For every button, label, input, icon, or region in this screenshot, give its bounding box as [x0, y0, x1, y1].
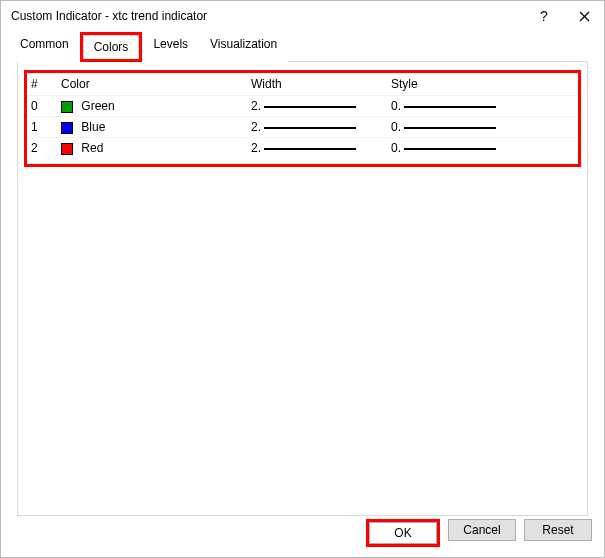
color-swatch-icon [61, 122, 73, 134]
style-cell[interactable]: 0. [387, 138, 578, 159]
title-bar: Custom Indicator - xtc trend indicator ? [1, 1, 604, 31]
width-cell[interactable]: 2. [247, 96, 387, 117]
tab-bar: Common Colors Levels Visualization [9, 32, 596, 62]
width-value: 2. [251, 141, 261, 155]
close-icon [579, 11, 590, 22]
col-header-color[interactable]: Color [57, 73, 247, 96]
ok-button-highlight: OK [366, 519, 440, 547]
col-header-width[interactable]: Width [247, 73, 387, 96]
line-style-icon [404, 106, 496, 108]
color-swatch-icon [61, 101, 73, 113]
col-header-index[interactable]: # [27, 73, 57, 96]
tab-panel: # Color Width Style 0 Green 2. [17, 61, 588, 516]
tab-colors[interactable]: Colors [83, 35, 140, 59]
line-style-icon [404, 148, 496, 150]
color-name: Green [81, 99, 114, 113]
style-value: 0. [391, 99, 401, 113]
colors-table-highlight: # Color Width Style 0 Green 2. [24, 70, 581, 167]
tab-common[interactable]: Common [9, 32, 80, 62]
ok-button[interactable]: OK [369, 522, 437, 544]
line-width-icon [264, 106, 356, 108]
line-style-icon [404, 127, 496, 129]
reset-button[interactable]: Reset [524, 519, 592, 541]
width-value: 2. [251, 99, 261, 113]
cancel-button[interactable]: Cancel [448, 519, 516, 541]
line-width-icon [264, 127, 356, 129]
col-header-style[interactable]: Style [387, 73, 578, 96]
color-name: Red [81, 141, 103, 155]
line-width-icon [264, 148, 356, 150]
width-cell[interactable]: 2. [247, 138, 387, 159]
table-row[interactable]: 2 Red 2. 0. [27, 138, 578, 159]
footer-buttons: OK Cancel Reset [366, 519, 592, 547]
window-buttons: ? [524, 1, 604, 31]
table-row[interactable]: 0 Green 2. 0. [27, 96, 578, 117]
style-cell[interactable]: 0. [387, 96, 578, 117]
color-name: Blue [81, 120, 105, 134]
tab-visualization[interactable]: Visualization [199, 32, 288, 62]
table-row[interactable]: 1 Blue 2. 0. [27, 117, 578, 138]
row-index: 1 [27, 117, 57, 138]
style-cell[interactable]: 0. [387, 117, 578, 138]
width-value: 2. [251, 120, 261, 134]
style-value: 0. [391, 120, 401, 134]
color-cell[interactable]: Red [57, 138, 247, 159]
style-value: 0. [391, 141, 401, 155]
width-cell[interactable]: 2. [247, 117, 387, 138]
color-cell[interactable]: Blue [57, 117, 247, 138]
color-swatch-icon [61, 143, 73, 155]
close-button[interactable] [564, 1, 604, 31]
tab-levels[interactable]: Levels [142, 32, 199, 62]
row-index: 0 [27, 96, 57, 117]
colors-table: # Color Width Style 0 Green 2. [27, 73, 578, 158]
row-index: 2 [27, 138, 57, 159]
window-title: Custom Indicator - xtc trend indicator [11, 9, 524, 23]
help-button[interactable]: ? [524, 1, 564, 31]
color-cell[interactable]: Green [57, 96, 247, 117]
